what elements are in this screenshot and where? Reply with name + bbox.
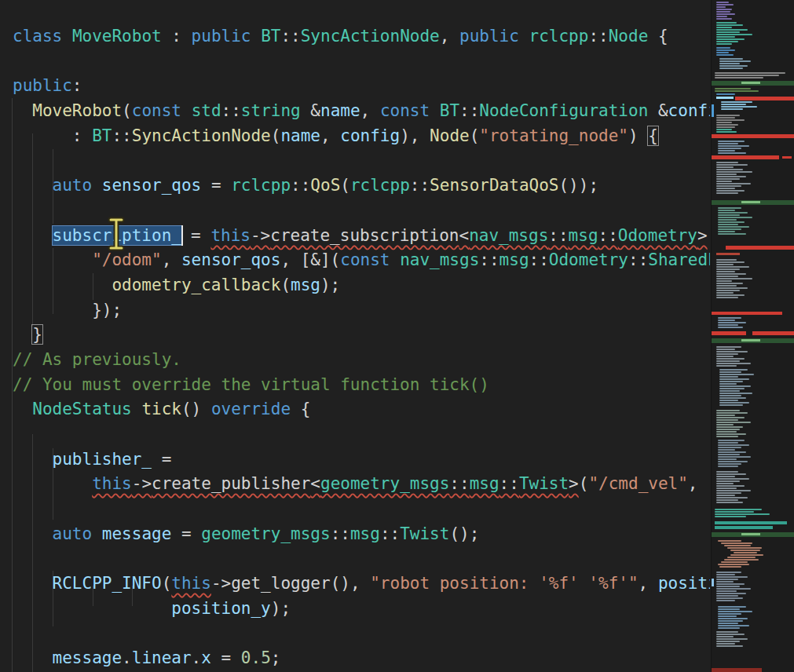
code-line[interactable]: // You must override the virtual functio… xyxy=(13,373,710,398)
code-line[interactable] xyxy=(13,497,710,522)
code-token: = xyxy=(201,176,231,195)
code-token: const xyxy=(340,250,390,269)
minimap-row xyxy=(718,324,738,326)
minimap-row xyxy=(716,29,748,31)
code-area[interactable]: class MoveRobot : public BT::SyncActionN… xyxy=(0,0,710,672)
minimap-row xyxy=(716,576,748,578)
code-token: ); xyxy=(271,599,291,618)
minimap-row xyxy=(716,54,734,56)
code-token: Twist xyxy=(400,524,449,543)
code-line[interactable] xyxy=(13,546,710,572)
code-token: :: xyxy=(410,176,430,195)
code-token: nav_msgs xyxy=(469,226,548,245)
minimap-row xyxy=(721,101,752,103)
minimap-row xyxy=(716,593,746,594)
minimap-row xyxy=(716,353,738,355)
code-line[interactable]: } xyxy=(13,323,710,348)
minimap-row xyxy=(716,499,738,501)
code-token: this xyxy=(171,574,211,593)
code-token: }); xyxy=(13,301,122,320)
minimap-row xyxy=(718,217,752,218)
minimap-row xyxy=(716,173,737,175)
code-token: create_subscription xyxy=(270,226,459,245)
code-line[interactable]: this->create_publisher<geometry_msgs::ms… xyxy=(13,472,710,497)
code-token: x xyxy=(201,648,211,667)
code-line[interactable]: class MoveRobot : public BT::SyncActionN… xyxy=(13,24,710,49)
minimap-row xyxy=(724,545,751,546)
code-token xyxy=(13,450,53,469)
code-token: :: xyxy=(449,474,469,493)
code-token: sensor_qos xyxy=(181,250,280,269)
code-token xyxy=(251,27,261,46)
code-token: "/odom" xyxy=(92,250,162,269)
code-token: (), xyxy=(331,574,371,593)
code-line[interactable]: "/odom", sensor_qos, [&](const nav_msgs:… xyxy=(13,248,710,273)
code-token: :: xyxy=(280,27,300,46)
code-line[interactable]: odometry_callback(msg); xyxy=(13,273,710,298)
minimap-row xyxy=(716,41,738,42)
minimap-row xyxy=(716,410,740,411)
code-line[interactable]: NodeStatus tick() override { xyxy=(13,397,710,422)
code-line[interactable]: : BT::SyncActionNode(name, config), Node… xyxy=(13,124,710,149)
minimap-row xyxy=(716,351,748,352)
minimap-row xyxy=(715,88,751,89)
code-line[interactable] xyxy=(13,422,710,447)
code-token: "/cmd_vel" xyxy=(588,474,687,493)
code-line[interactable] xyxy=(13,49,710,75)
code-line[interactable]: position_y); xyxy=(13,597,710,622)
code-token: NodeConfiguration xyxy=(479,101,648,120)
minimap-row xyxy=(716,2,729,3)
code-token xyxy=(13,474,92,493)
code-token: ( xyxy=(162,574,172,593)
code-token xyxy=(13,599,171,618)
code-token: :: xyxy=(112,126,131,145)
code-line[interactable] xyxy=(13,148,710,173)
minimap-row xyxy=(718,540,741,542)
minimap-row xyxy=(719,68,743,69)
code-line[interactable]: // As previously. xyxy=(13,348,710,373)
code-line[interactable]: publisher_ = xyxy=(13,447,710,473)
minimap-row xyxy=(718,226,749,228)
minimap-row xyxy=(716,18,732,20)
minimap-row xyxy=(715,511,754,513)
code-token: "rotating_node" xyxy=(479,126,628,145)
code-line[interactable]: MoveRobot(const std::string &name, const… xyxy=(13,99,710,124)
code-token: = xyxy=(211,648,241,667)
code-token: override xyxy=(211,400,291,418)
minimap-row xyxy=(716,490,751,491)
code-line[interactable]: }); xyxy=(13,298,710,323)
minimap-row xyxy=(715,90,759,92)
code-token: get_logger xyxy=(231,574,330,593)
minimap-row xyxy=(716,433,746,435)
code-token: this xyxy=(210,226,251,245)
code-token: class xyxy=(13,27,62,46)
code-token: string xyxy=(241,101,301,120)
code-line[interactable]: message.linear.x = 0.5; xyxy=(13,646,710,671)
code-line[interactable]: auto sensor_qos = rclcpp::QoS(rclcpp::Se… xyxy=(13,173,710,199)
code-token: ( xyxy=(708,226,710,245)
minimap-row xyxy=(716,162,738,163)
code-line[interactable]: auto message = geometry_msgs::msg::Twist… xyxy=(13,522,710,547)
minimap-row xyxy=(724,559,759,561)
minimap-row xyxy=(716,590,737,592)
code-token: ( xyxy=(340,176,350,195)
code-token xyxy=(390,250,400,269)
minimap-row xyxy=(716,169,743,170)
minimap-row xyxy=(716,93,735,95)
minimap[interactable] xyxy=(711,0,794,672)
code-token: ( xyxy=(579,474,589,493)
code-line[interactable]: public: xyxy=(13,74,710,99)
code-token: name xyxy=(320,101,360,120)
minimap-row xyxy=(716,176,746,177)
code-line[interactable] xyxy=(13,622,710,647)
minimap-row xyxy=(718,606,746,608)
minimap-row xyxy=(716,473,746,475)
code-token: odometry_callback xyxy=(112,276,280,294)
minimap-row xyxy=(716,287,748,289)
minimap-row xyxy=(716,52,729,53)
minimap-error-bar xyxy=(752,331,794,335)
code-token xyxy=(13,250,92,269)
code-line[interactable]: RCLCPP_INFO(this->get_logger(), "robot p… xyxy=(13,572,710,597)
minimap-row xyxy=(716,581,734,583)
code-token: msg xyxy=(470,474,499,493)
